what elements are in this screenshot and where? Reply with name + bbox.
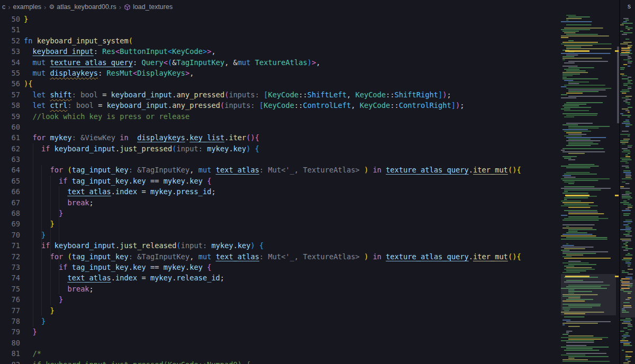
code-line[interactable]: 52fn keyboard_input_system( <box>0 35 545 46</box>
editor-group-secondary[interactable]: s <box>620 0 635 364</box>
line-number[interactable]: 54 <box>0 57 20 68</box>
line-number[interactable]: 78 <box>0 316 20 326</box>
breadcrumb-item-examples[interactable]: examples <box>13 3 42 11</box>
minimap[interactable] <box>561 14 619 364</box>
code-area[interactable]: 50}5152fn keyboard_input_system(53 keybo… <box>0 14 545 364</box>
line-number[interactable]: 50 <box>0 14 20 24</box>
code-line[interactable]: 72 for (tag_input_key: &TagInputKey, mut… <box>0 251 545 262</box>
indent-guide <box>33 143 33 327</box>
line-number[interactable]: 53 <box>0 46 20 57</box>
code-line[interactable]: 65 if tag_input_key.key == mykey.key { <box>0 176 545 186</box>
code-line[interactable]: 78 } <box>0 316 545 326</box>
line-number[interactable]: 64 <box>0 165 20 175</box>
code-line[interactable]: 55 mut displaykeys: ResMut<DisplayKeys>, <box>0 68 545 78</box>
code-line[interactable]: 82 if keyboard_input.just_pressed(KeyCod… <box>0 359 545 364</box>
breadcrumb-item-atlas_keyboard00.rs[interactable]: ⚙atlas_keyboard00.rs <box>49 3 116 11</box>
code-line[interactable]: 61 for mykey: &ViewKey in displaykeys.ke… <box>0 132 545 143</box>
line-number[interactable]: 80 <box>0 338 20 348</box>
code-line[interactable]: 69 } <box>0 219 545 229</box>
code-line[interactable]: 57 let shift: bool = keyboard_input.any_… <box>0 89 545 100</box>
line-number[interactable]: 77 <box>0 305 20 316</box>
code-line[interactable]: 80 <box>0 338 545 348</box>
code-line[interactable]: 59 //look which key is press or release <box>0 111 545 122</box>
line-number[interactable]: 75 <box>0 284 20 294</box>
code-line[interactable]: 63 <box>0 154 545 165</box>
indent-guide <box>59 186 59 294</box>
code-line[interactable]: 71 if keyboard_input.just_released(input… <box>0 240 545 251</box>
line-number[interactable]: 79 <box>0 326 20 337</box>
code-line[interactable]: 56){ <box>0 78 545 89</box>
line-number[interactable]: 67 <box>0 197 20 208</box>
line-number[interactable]: 70 <box>0 230 20 240</box>
code-line[interactable]: 50} <box>0 14 545 24</box>
code-line[interactable]: 81 /* <box>0 348 545 359</box>
line-number[interactable]: 65 <box>0 176 20 186</box>
code-line[interactable]: 53 keyboard_input: Res<ButtonInput<KeyCo… <box>0 46 545 57</box>
line-content: text_atlas.index = mykey.press_id; <box>20 186 216 197</box>
code-line[interactable]: 77 } <box>0 305 545 316</box>
line-number[interactable]: 72 <box>0 251 20 262</box>
line-number[interactable]: 51 <box>0 24 20 35</box>
line-number[interactable]: 57 <box>0 89 20 100</box>
line-content: if tag_input_key.key == mykey.key { <box>20 176 211 186</box>
line-number[interactable]: 63 <box>0 154 20 165</box>
line-content <box>20 338 24 348</box>
breadcrumb-separator: › <box>8 3 10 11</box>
line-number[interactable]: 61 <box>0 132 20 143</box>
code-line[interactable]: 79 } <box>0 326 545 337</box>
secondary-minimap-highlight <box>620 279 635 317</box>
line-number[interactable]: 56 <box>0 78 20 89</box>
minimap-slider[interactable] <box>561 274 616 315</box>
line-number[interactable]: 60 <box>0 122 20 132</box>
line-content: } <box>20 305 55 316</box>
line-number[interactable]: 82 <box>0 359 20 364</box>
code-line[interactable]: 54 mut texture_atlas_query: Query<(&TagI… <box>0 57 545 68</box>
line-number[interactable]: 74 <box>0 272 20 283</box>
line-number[interactable]: 73 <box>0 262 20 272</box>
line-content: if keyboard_input.just_pressed(KeyCode::… <box>20 359 251 364</box>
warning-marker <box>615 50 619 52</box>
code-line[interactable]: 76 } <box>0 294 545 305</box>
code-line[interactable]: 73 if tag_input_key.key == mykey.key { <box>0 262 545 272</box>
line-content: if tag_input_key.key == mykey.key { <box>20 262 211 272</box>
line-number[interactable]: 76 <box>0 294 20 305</box>
scrollbar-thumb[interactable] <box>617 47 619 123</box>
line-content: if keyboard_input.just_released(input: m… <box>20 240 264 251</box>
code-line[interactable]: 67 break; <box>0 197 545 208</box>
line-number[interactable]: 68 <box>0 208 20 219</box>
secondary-breadcrumb-text: s <box>628 3 631 10</box>
line-number[interactable]: 66 <box>0 186 20 197</box>
indent-guide <box>50 176 51 305</box>
line-content <box>20 154 24 165</box>
code-line[interactable]: 64 for (tag_input_key: &TagInputKey, mut… <box>0 165 545 175</box>
line-content: mut displaykeys: ResMut<DisplayKeys>, <box>20 68 194 78</box>
breadcrumb-item-c[interactable]: c <box>2 3 5 11</box>
line-number[interactable]: 58 <box>0 100 20 111</box>
code-line[interactable]: 62 if keyboard_input.just_pressed(input:… <box>0 143 545 154</box>
code-line[interactable]: 60 <box>0 122 545 132</box>
breadcrumb-item-load_textures[interactable]: load_textures <box>124 3 173 11</box>
code-line[interactable]: 58 let ctrl: bool = keyboard_input.any_p… <box>0 100 545 111</box>
breadcrumb-label: atlas_keyboard00.rs <box>57 3 116 11</box>
line-number[interactable]: 81 <box>0 348 20 359</box>
line-number[interactable]: 69 <box>0 219 20 229</box>
code-line[interactable]: 75 break; <box>0 284 545 294</box>
code-line[interactable]: 51 <box>0 24 545 35</box>
line-content: } <box>20 326 37 337</box>
line-number[interactable]: 71 <box>0 240 20 251</box>
line-number[interactable]: 59 <box>0 111 20 122</box>
code-line[interactable]: 66 text_atlas.index = mykey.press_id; <box>0 186 545 197</box>
code-line[interactable]: 68 } <box>0 208 545 219</box>
line-content: for (tag_input_key: &TagInputKey, mut te… <box>20 251 521 262</box>
line-content: for (tag_input_key: &TagInputKey, mut te… <box>20 165 521 175</box>
warning-marker <box>615 195 619 196</box>
line-content: if keyboard_input.just_pressed(input: my… <box>20 143 259 154</box>
warning-marker <box>615 276 619 277</box>
code-line[interactable]: 70 } <box>0 230 545 240</box>
line-number[interactable]: 52 <box>0 35 20 46</box>
line-content: ){ <box>20 78 32 89</box>
code-line[interactable]: 74 text_atlas.index = mykey.release_id; <box>0 272 545 283</box>
line-number[interactable]: 62 <box>0 143 20 154</box>
line-number[interactable]: 55 <box>0 68 20 78</box>
code-editor[interactable]: 50}5152fn keyboard_input_system(53 keybo… <box>0 14 619 364</box>
